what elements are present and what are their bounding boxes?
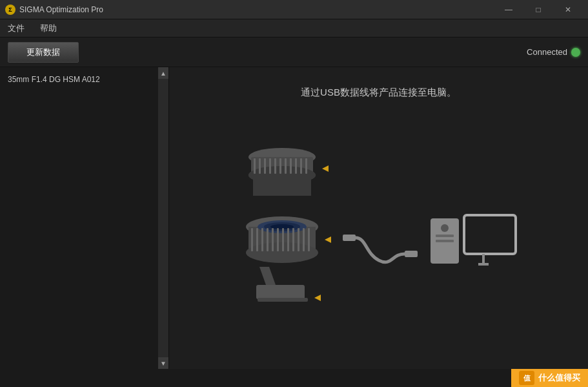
svg-rect-10 (279, 158, 281, 174)
svg-rect-40 (436, 235, 454, 237)
toolbar: 更新数据 Connected (0, 37, 588, 67)
svg-rect-42 (464, 215, 516, 254)
connection-label: Connected (527, 47, 567, 57)
svg-rect-13 (295, 158, 297, 174)
connection-status: Connected (527, 47, 580, 57)
window-title: SIGMA Optimization Pro (19, 5, 103, 14)
sidebar-content: 35mm F1.4 DG HSM A012 (0, 67, 168, 369)
maximize-button[interactable]: □ (523, 0, 553, 19)
scroll-up-button[interactable]: ▲ (158, 67, 168, 79)
svg-rect-4 (253, 175, 311, 196)
svg-rect-6 (259, 158, 261, 174)
svg-point-22 (270, 224, 294, 229)
svg-rect-43 (482, 254, 485, 263)
svg-rect-37 (405, 251, 418, 257)
watermark-icon: 值 (519, 371, 534, 385)
svg-rect-32 (298, 228, 299, 251)
svg-rect-30 (287, 228, 289, 251)
scrollbar: ▲ ▼ (158, 67, 168, 369)
svg-rect-34 (308, 228, 310, 251)
svg-rect-44 (478, 263, 489, 266)
svg-rect-24 (256, 228, 258, 251)
svg-rect-5 (254, 158, 256, 174)
status-dot (571, 48, 580, 57)
title-bar-left: Σ SIGMA Optimization Pro (5, 5, 103, 15)
svg-rect-27 (272, 228, 274, 251)
svg-point-39 (441, 224, 449, 232)
watermark-bar: 值 什么值得买 (511, 369, 588, 387)
main-content: 通过USB数据线将产品连接至电脑。 (169, 67, 588, 369)
svg-rect-11 (285, 158, 287, 174)
main-layout: 35mm F1.4 DG HSM A012 ▲ ▼ 通过USB数据线将产品连接至… (0, 67, 588, 369)
svg-rect-41 (436, 240, 454, 242)
menu-item-file[interactable]: 文件 (5, 21, 27, 36)
svg-rect-23 (251, 228, 253, 251)
svg-rect-12 (290, 158, 292, 174)
svg-rect-29 (282, 228, 284, 251)
svg-rect-8 (269, 158, 271, 174)
scroll-down-button[interactable]: ▼ (158, 357, 168, 369)
svg-rect-28 (277, 228, 279, 251)
svg-marker-16 (322, 165, 329, 172)
menu-item-help[interactable]: 帮助 (37, 21, 59, 36)
svg-rect-36 (343, 235, 356, 241)
svg-rect-26 (267, 228, 269, 251)
app-icon: Σ (5, 5, 15, 15)
svg-rect-33 (303, 228, 305, 251)
svg-rect-7 (264, 158, 266, 174)
svg-marker-47 (314, 295, 321, 301)
menu-bar: 文件 帮助 (0, 19, 588, 37)
watermark-text: 什么值得买 (538, 372, 580, 384)
sidebar: 35mm F1.4 DG HSM A012 ▲ ▼ (0, 67, 169, 369)
connection-illustration (218, 125, 540, 331)
close-button[interactable]: ✕ (553, 0, 583, 19)
instruction-text: 通过USB数据线将产品连接至电脑。 (301, 87, 456, 99)
title-bar: Σ SIGMA Optimization Pro — □ ✕ (0, 0, 588, 19)
window-controls: — □ ✕ (494, 0, 583, 19)
scrollbar-track-area[interactable] (158, 79, 168, 357)
svg-rect-9 (274, 158, 276, 174)
svg-rect-45 (256, 285, 305, 299)
svg-rect-25 (261, 228, 263, 251)
svg-rect-14 (300, 158, 302, 174)
lens-list-item[interactable]: 35mm F1.4 DG HSM A012 (3, 72, 166, 87)
svg-rect-46 (258, 298, 308, 302)
update-button[interactable]: 更新数据 (8, 42, 79, 63)
svg-marker-35 (325, 236, 331, 243)
svg-rect-15 (305, 158, 307, 174)
minimize-button[interactable]: — (494, 0, 523, 19)
svg-rect-31 (292, 228, 294, 251)
